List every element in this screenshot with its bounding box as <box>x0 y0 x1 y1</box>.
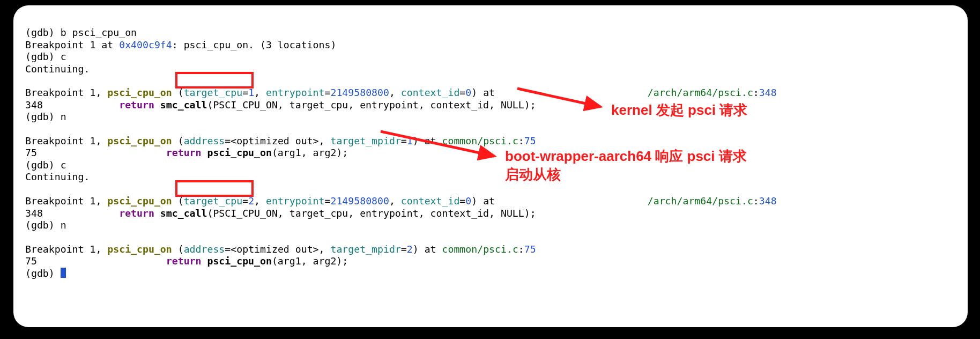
space <box>154 99 160 110</box>
gdb-text: Continuing. <box>25 63 90 75</box>
gdb-text: ( <box>172 135 184 146</box>
param-entrypoint: entrypoint <box>266 87 325 98</box>
function-call: smc_call <box>160 99 207 110</box>
gdb-text: Breakpoint 1 at <box>25 39 119 50</box>
line-num: 348 <box>25 99 119 110</box>
args: (arg1, arg2); <box>272 147 348 158</box>
file-path: common/psci.c <box>442 244 518 255</box>
colon: : <box>518 135 524 146</box>
value: 0 <box>465 195 471 207</box>
eq: = <box>242 195 248 207</box>
keyword-return: return <box>119 208 154 219</box>
value: 2149580800 <box>330 195 389 207</box>
eq: = <box>401 244 407 255</box>
gdb-command: b psci_cpu_on <box>61 27 137 38</box>
param-target-cpu: target_cpu <box>184 87 243 98</box>
value: 2 <box>248 195 254 207</box>
gdb-text: ( <box>172 87 184 98</box>
gdb-text: ) at <box>471 87 501 98</box>
param-context-id: context_id <box>401 87 460 98</box>
gdb-text: Continuing. <box>25 171 90 182</box>
param-address: address <box>184 244 225 255</box>
gdb-prompt[interactable]: (gdb) <box>25 159 61 171</box>
gdb-prompt[interactable]: (gdb) <box>25 219 61 231</box>
eq: = <box>459 195 465 207</box>
eq: =<optimized out>, <box>225 135 330 146</box>
gdb-text: ( <box>172 195 184 207</box>
gdb-command: c <box>61 159 66 171</box>
eq: = <box>459 87 465 98</box>
param-context-id: context_id <box>401 195 460 207</box>
eq: = <box>401 135 407 146</box>
gdb-text: ) at <box>413 135 442 146</box>
function-name: psci_cpu_on <box>107 195 172 207</box>
gdb-output: (gdb) b psci_cpu_on Breakpoint 1 at 0x40… <box>25 15 956 279</box>
line-number: 75 <box>524 244 536 255</box>
gdb-prompt[interactable]: (gdb) <box>25 111 61 122</box>
gdb-text: : psci_cpu_on. (3 locations) <box>172 39 337 50</box>
function-call: smc_call <box>160 208 207 219</box>
function-name: psci_cpu_on <box>107 244 172 255</box>
file-path: common/psci.c <box>442 135 518 146</box>
comma: , <box>254 195 266 207</box>
comma: , <box>389 87 401 98</box>
gdb-prompt[interactable]: (gdb) <box>25 27 61 38</box>
gdb-command: n <box>61 111 66 122</box>
comma: , <box>254 87 266 98</box>
colon: : <box>753 195 759 207</box>
eq: = <box>324 87 330 98</box>
keyword-return: return <box>166 255 202 267</box>
line-num: 75 <box>25 255 166 267</box>
space <box>154 208 160 219</box>
colon: : <box>518 244 524 255</box>
function-name: psci_cpu_on <box>107 135 172 146</box>
line-num: 75 <box>25 147 166 158</box>
space <box>202 255 207 267</box>
gdb-text: ) at <box>471 195 501 207</box>
line-number: 75 <box>524 135 536 146</box>
args: (PSCI_CPU_ON, target_cpu, entrypoint, co… <box>207 208 536 219</box>
terminal-window: (gdb) b psci_cpu_on Breakpoint 1 at 0x40… <box>13 5 968 327</box>
param-address: address <box>184 135 225 146</box>
comma: , <box>389 195 401 207</box>
gdb-prompt[interactable]: (gdb) <box>25 268 61 279</box>
address: 0x400c9f4 <box>119 39 172 50</box>
annotation-kernel-psci: kernel 发起 psci 请求 <box>611 101 747 119</box>
gdb-prompt[interactable]: (gdb) <box>25 51 61 62</box>
eq: =<optimized out>, <box>225 244 330 255</box>
line-number: 348 <box>759 87 777 98</box>
gdb-text: Breakpoint 1, <box>25 135 107 146</box>
eq: = <box>324 195 330 207</box>
args: (arg1, arg2); <box>272 255 348 267</box>
keyword-return: return <box>119 99 154 110</box>
param-target-mpidr: target_mpidr <box>330 135 400 146</box>
param-target-mpidr: target_mpidr <box>330 244 400 255</box>
gdb-text: ( <box>172 244 184 255</box>
gdb-command: c <box>61 51 66 62</box>
cursor-icon <box>61 268 66 278</box>
value: 1 <box>248 87 254 98</box>
param-target-cpu: target_cpu <box>184 195 243 207</box>
annotation-boot-wrapper: boot-wrapper-aarch64 响应 psci 请求 启动从核 <box>505 147 747 183</box>
gdb-text: Breakpoint 1, <box>25 244 107 255</box>
gdb-text: Breakpoint 1, <box>25 195 107 207</box>
value: 2 <box>407 244 413 255</box>
function-call: psci_cpu_on <box>207 147 271 158</box>
value: 0 <box>465 87 471 98</box>
space <box>202 147 207 158</box>
value: 2149580800 <box>330 87 389 98</box>
eq: = <box>242 87 248 98</box>
function-call: psci_cpu_on <box>207 255 271 267</box>
colon: : <box>753 87 759 98</box>
gdb-text: ) at <box>413 244 442 255</box>
function-name: psci_cpu_on <box>107 87 172 98</box>
keyword-return: return <box>166 147 202 158</box>
args: (PSCI_CPU_ON, target_cpu, entrypoint, co… <box>207 99 536 110</box>
file-path: /arch/arm64/psci.c <box>648 87 753 98</box>
line-num: 348 <box>25 208 119 219</box>
gdb-command: n <box>61 219 66 231</box>
line-number: 348 <box>759 195 777 207</box>
value: 1 <box>407 135 413 146</box>
gdb-text: Breakpoint 1, <box>25 87 107 98</box>
file-path: /arch/arm64/psci.c <box>648 195 753 207</box>
